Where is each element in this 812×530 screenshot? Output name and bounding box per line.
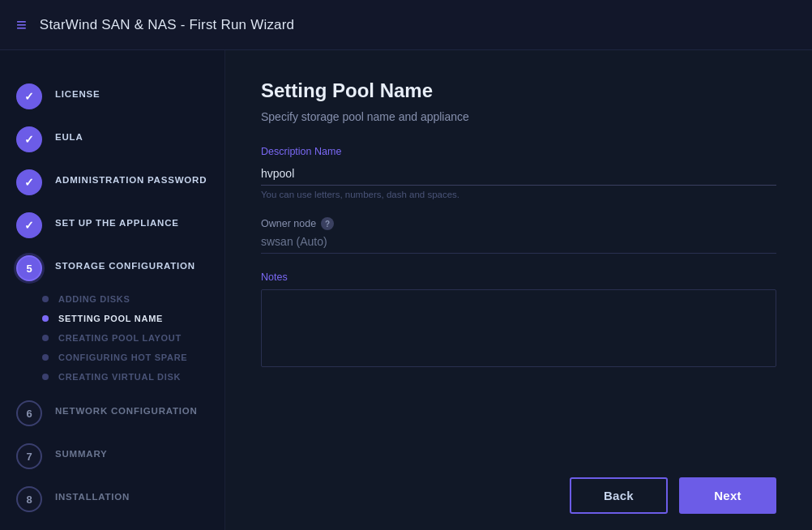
step-circle-license: ✓ xyxy=(16,83,42,109)
step-circle-network-config: 6 xyxy=(16,400,42,426)
sub-label-configuring-hot-spare: CONFIGURING HOT SPARE xyxy=(58,353,187,362)
sidebar-item-storage-config[interactable]: 5 STORAGE CONFIGURATION xyxy=(0,246,224,289)
sub-item-setting-pool-name[interactable]: SETTING POOL NAME xyxy=(42,309,224,328)
owner-node-label: Owner node xyxy=(261,218,316,229)
step-circle-admin-password: ✓ xyxy=(16,169,42,195)
sub-label-adding-disks: ADDING DISKS xyxy=(58,294,130,304)
sidebar-item-network-config[interactable]: 6 NETWORK CONFIGURATION xyxy=(0,391,224,434)
content-area: Setting Pool Name Specify storage pool n… xyxy=(225,50,812,530)
sub-dot-creating-pool-layout xyxy=(42,335,49,341)
main-layout: ✓ LICENSE ✓ EULA ✓ ADMINISTRATION PASSWO… xyxy=(0,50,812,530)
sidebar: ✓ LICENSE ✓ EULA ✓ ADMINISTRATION PASSWO… xyxy=(0,50,225,530)
next-button[interactable]: Next xyxy=(679,477,776,514)
step-circle-setup-appliance: ✓ xyxy=(16,212,42,238)
description-name-input[interactable] xyxy=(261,162,776,186)
notes-label: Notes xyxy=(261,271,776,283)
topbar: ≡ StarWind SAN & NAS - First Run Wizard xyxy=(0,0,812,50)
step-circle-storage-config: 5 xyxy=(16,255,42,281)
sidebar-label-summary: SUMMARY xyxy=(55,442,108,460)
step-circle-eula: ✓ xyxy=(16,126,42,152)
sidebar-label-license: LICENSE xyxy=(55,83,100,100)
sub-dot-adding-disks xyxy=(42,296,49,302)
notes-textarea[interactable] xyxy=(261,289,776,367)
sidebar-item-installation[interactable]: 8 INSTALLATION xyxy=(0,477,224,520)
step-circle-installation: 8 xyxy=(16,486,42,512)
page-title: Setting Pool Name xyxy=(261,79,776,102)
owner-node-group: Owner node ? swsan (Auto) xyxy=(261,217,776,254)
sub-dot-configuring-hot-spare xyxy=(42,354,49,361)
sub-items-storage: ADDING DISKS SETTING POOL NAME CREATING … xyxy=(0,289,224,387)
back-button[interactable]: Back xyxy=(570,477,668,514)
sidebar-item-admin-password[interactable]: ✓ ADMINISTRATION PASSWORD xyxy=(0,160,224,203)
sidebar-label-admin-password: ADMINISTRATION PASSWORD xyxy=(55,169,207,186)
sub-dot-setting-pool-name xyxy=(42,315,49,322)
topbar-title: StarWind SAN & NAS - First Run Wizard xyxy=(40,17,294,33)
sub-item-creating-virtual-disk[interactable]: CREATING VIRTUAL DISK xyxy=(42,367,224,387)
sidebar-label-network-config: NETWORK CONFIGURATION xyxy=(55,400,198,417)
sidebar-item-summary[interactable]: 7 SUMMARY xyxy=(0,434,224,477)
sub-label-setting-pool-name: SETTING POOL NAME xyxy=(58,314,163,323)
sub-item-adding-disks[interactable]: ADDING DISKS xyxy=(42,289,224,309)
sub-item-configuring-hot-spare[interactable]: CONFIGURING HOT SPARE xyxy=(42,348,224,367)
owner-node-value: swsan (Auto) xyxy=(261,235,776,254)
content-footer: Back Next xyxy=(261,461,776,514)
notes-group: Notes xyxy=(261,271,776,370)
page-subtitle: Specify storage pool name and appliance xyxy=(261,110,776,123)
sidebar-item-setup-appliance[interactable]: ✓ SET UP THE APPLIANCE xyxy=(0,203,224,246)
sub-label-creating-pool-layout: CREATING POOL LAYOUT xyxy=(58,333,182,343)
owner-node-row: Owner node ? xyxy=(261,217,776,230)
topbar-icon: ≡ xyxy=(16,15,27,36)
sidebar-label-eula: EULA xyxy=(55,126,83,143)
sidebar-label-installation: INSTALLATION xyxy=(55,485,130,503)
description-name-group: Description Name You can use letters, nu… xyxy=(261,146,776,199)
sidebar-item-eula[interactable]: ✓ EULA xyxy=(0,118,224,160)
help-icon[interactable]: ? xyxy=(321,217,334,230)
description-name-label: Description Name xyxy=(261,146,776,157)
sidebar-label-storage-config: STORAGE CONFIGURATION xyxy=(55,254,195,272)
description-name-hint: You can use letters, numbers, dash and s… xyxy=(261,190,776,199)
sidebar-label-setup-appliance: SET UP THE APPLIANCE xyxy=(55,212,179,229)
step-circle-summary: 7 xyxy=(16,443,42,469)
sub-item-creating-pool-layout[interactable]: CREATING POOL LAYOUT xyxy=(42,328,224,348)
sub-label-creating-virtual-disk: CREATING VIRTUAL DISK xyxy=(58,372,181,382)
sidebar-item-license[interactable]: ✓ LICENSE xyxy=(0,75,224,118)
sub-dot-creating-virtual-disk xyxy=(42,374,49,380)
